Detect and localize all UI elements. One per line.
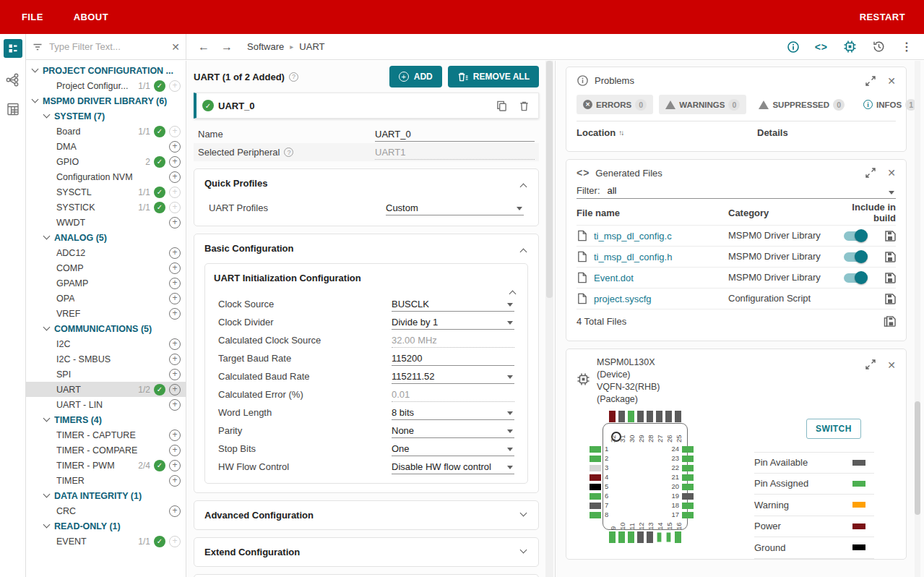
sidebar-group-timers[interactable]: TIMERS (4) <box>26 412 186 427</box>
sidebar-item-uart[interactable]: UART 1/2✓+ <box>26 382 186 397</box>
sidebar-item-uart-lin[interactable]: UART - LIN + <box>26 397 186 412</box>
add-instance-icon[interactable]: + <box>169 80 181 92</box>
sidebar-item-crc[interactable]: CRC + <box>26 503 186 518</box>
save-file-icon[interactable] <box>884 230 896 242</box>
expand-panel-icon[interactable] <box>865 359 876 369</box>
location-column-header[interactable]: Location ↑↓ <box>577 127 757 138</box>
chip-pin[interactable] <box>590 484 601 490</box>
sidebar-item-i2c-smbus[interactable]: I2C - SMBUS + <box>26 351 186 367</box>
save-file-icon[interactable] <box>884 251 896 262</box>
history-icon[interactable] <box>872 40 886 54</box>
sidebar-item-timer[interactable]: TIMER + <box>26 473 186 488</box>
back-icon[interactable]: ← <box>198 40 210 54</box>
outline-view-icon[interactable] <box>4 39 22 58</box>
chip-pin[interactable] <box>656 531 662 543</box>
switch-button[interactable]: SWITCH <box>806 419 861 439</box>
add-instance-icon[interactable]: + <box>169 141 181 153</box>
forward-icon[interactable]: → <box>221 40 233 54</box>
file-link[interactable]: ti_msp_dl_config.h <box>594 252 672 262</box>
menu-about[interactable]: ABOUT <box>74 12 108 22</box>
hw-flow-control-select[interactable]: Disable HW flow control <box>392 459 514 474</box>
chip-pin[interactable] <box>682 456 694 462</box>
extend-configuration-card[interactable]: Extend Configuration <box>194 537 539 567</box>
chevron-down-icon[interactable] <box>43 491 51 498</box>
chevron-down-icon[interactable] <box>43 415 51 422</box>
chip-pin[interactable] <box>665 411 672 422</box>
add-instance-icon[interactable]: + <box>169 399 181 411</box>
chip-pin[interactable] <box>590 456 601 462</box>
add-instance-icon[interactable]: + <box>169 217 181 228</box>
chip-pin[interactable] <box>675 531 681 543</box>
more-options-icon[interactable]: ⋮ <box>901 40 912 54</box>
connections-view-icon[interactable] <box>5 72 20 87</box>
chip-pin[interactable] <box>647 531 653 543</box>
file-link[interactable]: ti_msp_dl_config.c <box>594 231 672 242</box>
chip-pin[interactable] <box>682 512 694 518</box>
right-scrollbar[interactable] <box>915 61 920 577</box>
chip-pin[interactable] <box>637 411 644 422</box>
sidebar-item-sysctl[interactable]: SYSCTL 1/1✓+ <box>26 184 186 200</box>
chip-pin[interactable] <box>628 531 634 543</box>
add-instance-icon[interactable]: + <box>169 505 181 517</box>
add-instance-icon[interactable]: + <box>169 202 181 213</box>
chip-pin[interactable] <box>628 411 634 422</box>
help-icon[interactable]: ? <box>289 72 298 82</box>
chip-pin[interactable] <box>590 493 601 500</box>
help-icon[interactable]: ? <box>284 148 293 157</box>
chip-pin[interactable] <box>590 512 601 518</box>
add-instance-icon[interactable]: + <box>169 384 181 396</box>
name-input[interactable]: UART_0 <box>375 127 535 142</box>
advanced-configuration-card[interactable]: Advanced Configuration <box>194 500 539 530</box>
include-toggle[interactable] <box>844 252 865 262</box>
menu-file[interactable]: FILE <box>22 12 43 22</box>
device-view-icon[interactable] <box>843 40 857 54</box>
infos-filter-chip[interactable]: i INFOS 1 <box>857 95 923 114</box>
info-icon[interactable] <box>787 40 800 54</box>
sidebar-item-timer-capture[interactable]: TIMER - CAPTURE + <box>26 427 186 443</box>
sidebar-group-data-integrity[interactable]: DATA INTEGRITY (1) <box>26 488 186 503</box>
clock-divider-select[interactable]: Divide by 1 <box>392 315 514 330</box>
chevron-down-icon[interactable] <box>43 324 51 331</box>
clear-filter-icon[interactable]: ✕ <box>171 41 180 53</box>
add-instance-icon[interactable]: + <box>169 429 181 441</box>
add-instance-icon[interactable]: + <box>169 187 181 198</box>
center-scrollbar[interactable] <box>545 61 553 577</box>
target-baud-rate-input[interactable]: 115200 <box>392 351 514 366</box>
chip-pin[interactable] <box>682 465 694 471</box>
breadcrumb-software[interactable]: Software <box>247 41 284 52</box>
register-view-icon[interactable] <box>6 102 20 116</box>
menu-restart[interactable]: RESTART <box>860 12 905 22</box>
suppressed-filter-chip[interactable]: SUPPRESSED 0 <box>752 95 851 114</box>
sidebar-item-dma[interactable]: DMA + <box>26 139 186 154</box>
chip-pin[interactable] <box>609 531 616 543</box>
sidebar-item-vref[interactable]: VREF + <box>26 306 186 321</box>
save-all-icon[interactable] <box>884 315 896 328</box>
sidebar-item-project-configuration[interactable]: Project Configur... 1/1✓+ <box>26 78 186 93</box>
sidebar-item-gpamp[interactable]: GPAMP + <box>26 275 186 291</box>
chip-pin[interactable] <box>590 465 601 471</box>
expand-panel-icon[interactable] <box>865 76 876 86</box>
chip-pin[interactable] <box>665 531 672 543</box>
clock-source-select[interactable]: BUSCLK <box>392 296 514 312</box>
add-instance-icon[interactable]: + <box>169 445 181 456</box>
chip-pin[interactable] <box>682 446 694 453</box>
chevron-down-icon[interactable] <box>32 96 39 103</box>
duplicate-icon[interactable] <box>496 101 507 111</box>
add-instance-icon[interactable]: + <box>169 171 181 183</box>
add-instance-icon[interactable]: + <box>169 278 181 289</box>
add-instance-icon[interactable]: + <box>169 338 181 350</box>
add-instance-icon[interactable]: + <box>169 460 181 471</box>
remove-all-button[interactable]: REMOVE ALL <box>448 66 539 87</box>
code-view-icon[interactable]: <> <box>815 41 828 53</box>
sidebar-item-event[interactable]: EVENT 1/1✓+ <box>26 534 186 549</box>
add-instance-icon[interactable]: + <box>169 536 181 547</box>
file-link[interactable]: project.syscfg <box>594 294 651 304</box>
include-toggle[interactable] <box>844 273 865 283</box>
stop-bits-select[interactable]: One <box>392 441 514 456</box>
sidebar-item-adc12[interactable]: ADC12 + <box>26 245 186 260</box>
chip-pin[interactable] <box>590 474 601 481</box>
add-button[interactable]: + ADD <box>389 66 442 87</box>
delete-icon[interactable] <box>519 101 530 111</box>
add-instance-icon[interactable]: + <box>169 308 181 320</box>
close-panel-icon[interactable]: ✕ <box>887 359 896 371</box>
